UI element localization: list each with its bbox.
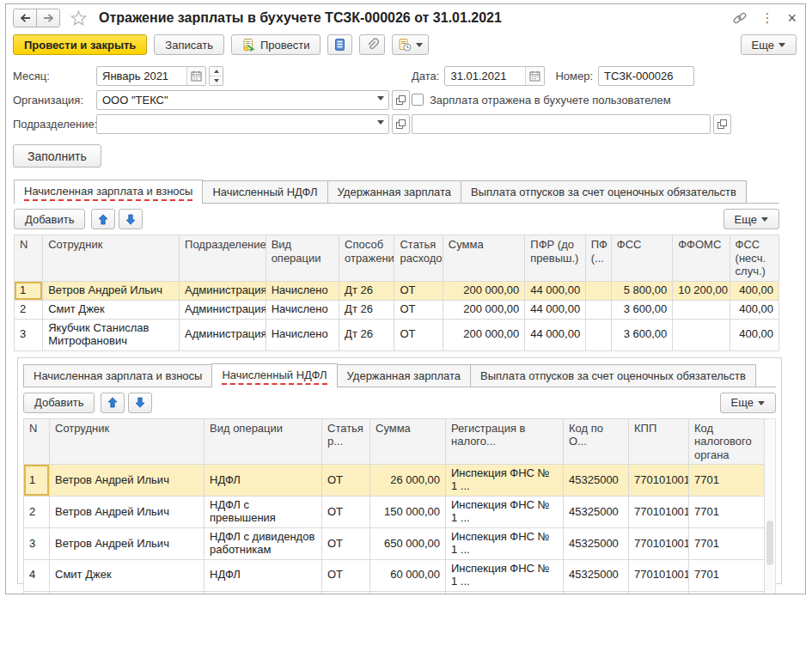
cell[interactable]: Инспекция ФНС № 1 ... (446, 559, 564, 591)
cell[interactable] (673, 319, 730, 350)
responsible-input[interactable] (412, 114, 711, 134)
cell[interactable]: 1 (24, 465, 50, 497)
forward-button[interactable] (36, 9, 60, 27)
cell[interactable]: Начислено (266, 300, 339, 319)
cell[interactable]: 45325000 (564, 465, 629, 497)
cell[interactable]: 2 (24, 497, 50, 528)
kebab-menu-icon[interactable]: ⋮ (760, 11, 773, 24)
cell[interactable] (585, 319, 611, 350)
cell[interactable]: 10 200,00 (673, 281, 730, 300)
organization-combo[interactable]: ООО "ТЕКС" (96, 90, 389, 110)
cell[interactable]: Смит Джек (50, 559, 205, 591)
cell[interactable]: 770101001 (629, 591, 689, 594)
cell[interactable]: Администрация (180, 319, 266, 350)
cell[interactable]: 400,00 (730, 281, 778, 300)
cell[interactable]: 45325000 (564, 528, 629, 560)
cell[interactable]: ОТ (322, 559, 370, 591)
department-open-button[interactable] (392, 114, 410, 134)
cell[interactable]: 5 800,00 (611, 281, 672, 300)
cell[interactable]: Администрация (180, 281, 266, 300)
close-icon[interactable]: × (787, 10, 797, 26)
cell[interactable]: 26 000,00 (370, 465, 446, 497)
cell[interactable]: 4 (24, 559, 50, 591)
back-button[interactable] (13, 9, 37, 27)
cell[interactable]: 200 000,00 (443, 300, 525, 319)
cell[interactable] (585, 281, 611, 300)
cell[interactable]: НДФЛ (205, 465, 322, 497)
cell[interactable]: ОТ (394, 300, 443, 319)
toolbar-more-button[interactable]: Еще (741, 34, 797, 55)
cell[interactable]: 200 000,00 (443, 319, 525, 350)
calendar-icon[interactable] (525, 67, 544, 85)
cell[interactable]: 60 000,00 (370, 559, 446, 591)
section-more-button[interactable]: Еще (720, 393, 776, 413)
cell[interactable]: 3 600,00 (611, 300, 672, 319)
create-based-on-button[interactable] (392, 34, 429, 55)
table-row[interactable]: 4Смит ДжекНДФЛОТ60 000,00Инспекция ФНС №… (24, 559, 765, 591)
cell[interactable]: ОТ (394, 281, 443, 300)
tab-1[interactable]: Начисленная зарплата и взносы (14, 180, 203, 204)
cell[interactable]: 45325000 (564, 591, 629, 594)
cell[interactable]: 2 (15, 300, 43, 319)
cell[interactable]: Якубчик Станислав Митрофанович (43, 319, 180, 350)
cell[interactable]: Инспекция ФНС № 1 ... (446, 465, 564, 497)
cell[interactable]: 1 (15, 281, 43, 300)
move-up-button[interactable] (91, 209, 115, 229)
cell[interactable]: 7701 (689, 559, 765, 591)
cell[interactable]: 770101001 (629, 528, 689, 560)
cell[interactable]: НДФЛ (205, 559, 322, 591)
vertical-scrollbar[interactable] (765, 418, 776, 594)
cell[interactable]: 650 000,00 (370, 528, 446, 560)
move-up-button[interactable] (101, 393, 125, 413)
cell[interactable]: 7701 (689, 465, 765, 497)
add-row-button[interactable]: Добавить (23, 393, 95, 413)
cell[interactable]: 400,00 (730, 300, 778, 319)
cell[interactable]: 3 (15, 319, 43, 350)
tab-1[interactable]: Начисленная зарплата и взносы (23, 364, 212, 387)
cell[interactable]: Смит Джек (50, 591, 205, 594)
cell[interactable]: Дт 26 (339, 319, 394, 350)
fill-button[interactable]: Заполнить (13, 144, 101, 168)
table-row[interactable]: 1Ветров Андрей ИльичНДФЛОТ26 000,00Инспе… (24, 465, 765, 497)
cell[interactable]: НДФЛ с дивидендов работникам (205, 591, 322, 594)
cell[interactable]: ОТ (322, 497, 370, 528)
stepper-up-icon[interactable] (210, 67, 223, 76)
cell[interactable]: Дт 26 (339, 300, 394, 319)
tab-3[interactable]: Удержанная зарплата (327, 180, 461, 203)
post-and-close-button[interactable]: Провести и закрыть (13, 34, 147, 55)
calendar-icon[interactable] (186, 67, 205, 85)
responsible-open-button[interactable] (713, 114, 731, 134)
save-button[interactable]: Записать (154, 34, 224, 55)
cell[interactable]: 5 (24, 591, 50, 594)
cell[interactable] (673, 300, 730, 319)
cell[interactable]: ОТ (322, 465, 370, 497)
cell[interactable]: 45325000 (564, 559, 629, 591)
stepper-down-icon[interactable] (210, 76, 223, 85)
cell[interactable]: 770101001 (629, 497, 689, 528)
section-more-button[interactable]: Еще (723, 209, 779, 229)
cell[interactable]: 200 000,00 (443, 281, 525, 300)
cell[interactable]: ОТ (322, 528, 370, 560)
number-input[interactable]: ТСЗК-000026 (598, 66, 694, 86)
tab-4[interactable]: Выплата отпусков за счет оценочных обяза… (470, 364, 756, 387)
cell[interactable]: 44 000,00 (525, 281, 585, 300)
cell[interactable]: 44 000,00 (525, 300, 585, 319)
table-row[interactable]: 5Смит ДжекНДФЛ с дивидендов работникамОТ… (24, 591, 765, 594)
tab-3[interactable]: Удержанная зарплата (337, 364, 471, 387)
tab-2[interactable]: Начисленный НДФЛ (211, 363, 337, 387)
cell[interactable]: Ветров Андрей Ильич (43, 281, 180, 300)
cell[interactable]: Ветров Андрей Ильич (50, 497, 205, 528)
cell[interactable]: 7701 (689, 497, 765, 528)
cell[interactable]: 150 000,00 (370, 497, 446, 528)
month-input[interactable]: Январь 2021 (96, 66, 206, 86)
cell[interactable]: 3 (24, 528, 50, 560)
add-row-button[interactable]: Добавить (14, 209, 85, 229)
date-input[interactable]: 31.01.2021 (444, 66, 545, 86)
link-icon[interactable] (733, 11, 747, 25)
post-button[interactable]: Провести (231, 34, 321, 55)
scrollbar-thumb[interactable] (766, 521, 773, 565)
cell[interactable]: Начислено (266, 281, 339, 300)
cell[interactable]: ОТ (322, 591, 370, 594)
cell[interactable]: 44 000,00 (525, 319, 585, 350)
department-combo[interactable] (96, 114, 389, 134)
